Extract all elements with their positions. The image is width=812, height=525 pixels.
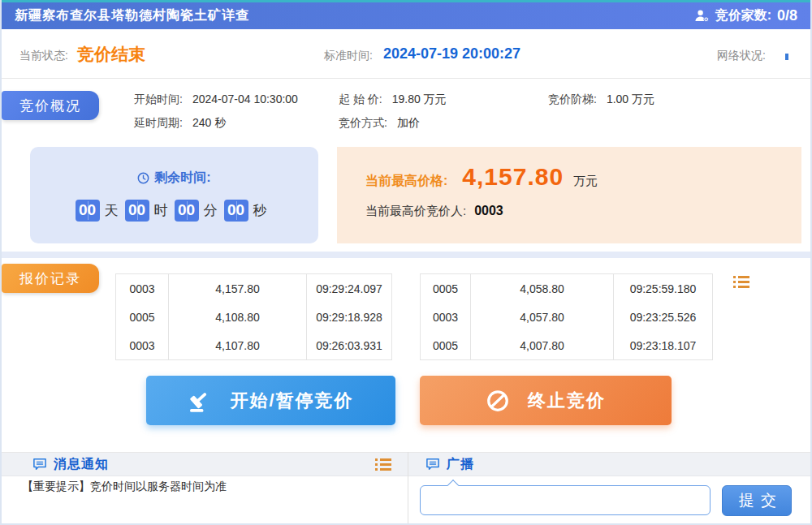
start-time-label: 开始时间: <box>134 93 183 105</box>
start-price-value: 19.80 万元 <box>392 93 447 105</box>
bidder-cell: 0005 <box>421 331 471 359</box>
standard-time-value: 2024-07-19 20:00:27 <box>383 45 520 62</box>
bidder-count-value: 0/8 <box>777 7 797 24</box>
table-row: 0003 4,157.80 09:29:24.097 <box>116 274 391 303</box>
delay-period-label: 延时周期: <box>134 116 183 129</box>
chat-icon <box>425 458 440 471</box>
countdown-box: 剩余时间: 00 天 00 时 00 分 00 秒 <box>30 147 318 243</box>
panel-divider <box>408 452 408 523</box>
start-pause-label: 开始/暂停竞价 <box>230 389 353 413</box>
price-cell: 4,108.80 <box>169 303 307 331</box>
submit-button[interactable]: 提交 <box>722 485 792 516</box>
terminate-button[interactable]: 终止竞价 <box>420 376 672 425</box>
start-price-label: 起 始 价: <box>339 93 382 105</box>
highest-price-line: 当前最高价格: 4,157.80 万元 <box>365 163 801 191</box>
bid-records-table-right: 0005 4,058.80 09:25:59.180 0003 4,057.80… <box>420 273 713 360</box>
countdown-days: 00 <box>76 200 100 222</box>
highest-price-box: 当前最高价格: 4,157.80 万元 当前最高价竞价人:0003 <box>337 147 801 243</box>
clock-icon <box>137 172 149 184</box>
standard-time-label: 标准时间: <box>324 49 373 63</box>
page-title: 新疆察布查尔县塔勒德村陶瓷土矿详查 <box>15 7 249 24</box>
price-cell: 4,058.80 <box>471 274 614 303</box>
highest-price-value: 4,157.80 <box>462 163 564 191</box>
time-cell: 09:23:25.526 <box>614 303 712 331</box>
chat-icon <box>32 458 47 471</box>
time-cell: 09:29:18.928 <box>307 303 391 331</box>
start-time-field: 开始时间:2024-07-04 10:30:00 <box>134 93 298 107</box>
price-cell: 4,057.80 <box>471 303 614 331</box>
price-cell: 4,157.80 <box>169 274 307 303</box>
bidder-cell: 0003 <box>116 331 169 359</box>
divider <box>2 78 810 79</box>
highest-bidder-label: 当前最高价竞价人: <box>365 204 466 217</box>
highest-bidder-value: 0003 <box>474 204 503 217</box>
highest-price-unit: 万元 <box>573 174 598 189</box>
table-row: 0005 4,007.80 09:23:18.107 <box>421 331 712 359</box>
time-cell: 09:25:59.180 <box>614 274 712 303</box>
gavel-icon <box>188 389 212 413</box>
bid-mode-field: 竞价方式:加价 <box>339 116 420 131</box>
bidder-count: 竞价家数: 0/8 <box>694 7 797 24</box>
bid-step-label: 竞价阶梯: <box>548 93 597 105</box>
broadcast-panel-header: 广播 <box>408 452 812 476</box>
price-cell: 4,107.80 <box>169 331 307 359</box>
unit-hours: 时 <box>154 201 168 220</box>
auction-page: 新疆察布查尔县塔勒德村陶瓷土矿详查 竞价家数: 0/8 当前状态: 竞价结束 标… <box>0 0 812 525</box>
ban-icon <box>486 389 510 413</box>
start-time-value: 2024-07-04 10:30:00 <box>192 93 298 105</box>
highest-bidder-line: 当前最高价竞价人:0003 <box>365 204 801 219</box>
people-icon <box>694 9 710 23</box>
bid-mode-value: 加价 <box>397 116 420 129</box>
table-row: 0003 4,107.80 09:26:03.931 <box>116 331 391 359</box>
countdown-digits: 00 天 00 时 00 分 00 秒 <box>76 200 274 222</box>
bidder-cell: 0005 <box>116 303 169 331</box>
price-cell: 4,007.80 <box>471 331 614 359</box>
start-pause-button[interactable]: 开始/暂停竞价 <box>146 376 395 425</box>
notice-panel-header: 消息通知 <box>2 452 408 476</box>
section-divider-band <box>2 252 810 258</box>
broadcast-input[interactable] <box>420 485 710 515</box>
countdown-seconds: 00 <box>224 200 248 222</box>
countdown-hours: 00 <box>125 200 149 222</box>
status-row: 当前状态: 竞价结束 标准时间: 2024-07-19 20:00:27 网络状… <box>2 29 810 78</box>
network-status-label: 网络状况: <box>717 49 766 63</box>
bid-mode-label: 竞价方式: <box>339 116 387 129</box>
notice-panel-title: 消息通知 <box>54 456 109 473</box>
table-row: 0003 4,057.80 09:23:25.526 <box>421 303 712 331</box>
bidder-cell: 0003 <box>421 303 471 331</box>
current-state-value: 竞价结束 <box>77 43 145 66</box>
countdown-minutes: 00 <box>175 200 199 222</box>
bidder-cell: 0003 <box>116 274 169 303</box>
notice-message: 【重要提示】竞价时间以服务器时间为准 <box>22 480 227 494</box>
header-bar: 新疆察布查尔县塔勒德村陶瓷土矿详查 竞价家数: 0/8 <box>2 2 810 29</box>
broadcast-panel-title: 广播 <box>447 456 474 473</box>
table-row: 0005 4,108.80 09:29:18.928 <box>116 303 391 331</box>
table-row: 0005 4,058.80 09:25:59.180 <box>421 274 712 303</box>
bid-step-field: 竞价阶梯:1.00 万元 <box>548 93 654 107</box>
current-state-label: 当前状态: <box>19 49 68 63</box>
network-signal-icon <box>785 54 788 60</box>
unit-minutes: 分 <box>204 201 218 220</box>
terminate-label: 终止竞价 <box>528 389 606 413</box>
notice-list-icon[interactable] <box>375 458 391 471</box>
unit-seconds: 秒 <box>253 201 267 220</box>
delay-period-field: 延时周期:240 秒 <box>134 116 226 131</box>
highest-price-label: 当前最高价格: <box>365 173 447 190</box>
records-list-icon[interactable] <box>733 276 749 289</box>
start-price-field: 起 始 价:19.80 万元 <box>339 93 447 107</box>
time-cell: 09:23:18.107 <box>614 331 712 359</box>
bid-records-table-left: 0003 4,157.80 09:29:24.097 0005 4,108.80… <box>115 273 392 360</box>
overview-badge: 竞价概况 <box>2 91 99 120</box>
countdown-title: 剩余时间: <box>137 170 210 187</box>
bidder-count-label: 竞价家数: <box>715 7 771 24</box>
records-badge: 报价记录 <box>2 264 99 293</box>
delay-period-value: 240 秒 <box>192 116 226 129</box>
bid-step-value: 1.00 万元 <box>607 93 654 105</box>
time-cell: 09:29:24.097 <box>307 274 391 303</box>
countdown-label: 剩余时间: <box>154 170 210 187</box>
time-cell: 09:26:03.931 <box>307 331 391 359</box>
bidder-cell: 0005 <box>421 274 471 303</box>
unit-days: 天 <box>105 201 119 220</box>
